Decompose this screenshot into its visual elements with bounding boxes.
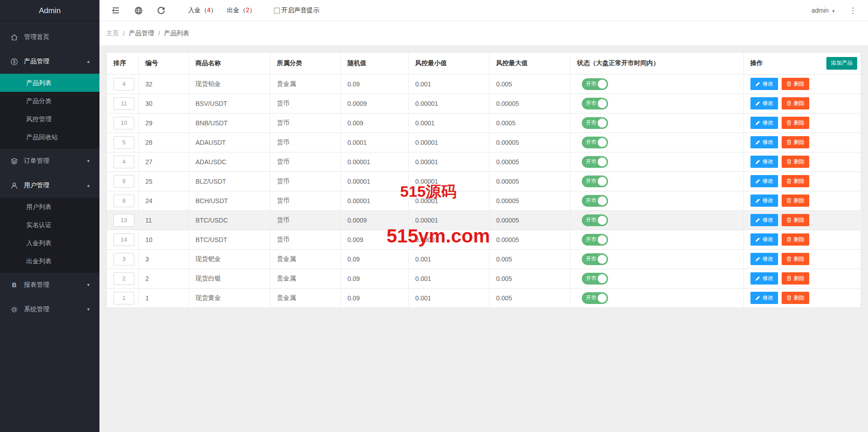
sort-input[interactable] <box>113 117 134 129</box>
sidebar-item-withdraw-list[interactable]: 出金列表 <box>0 252 99 270</box>
sort-cell <box>107 171 138 191</box>
market-open-toggle[interactable]: 开市 <box>582 234 608 246</box>
sidebar-item-label: 管理首页 <box>24 33 90 41</box>
market-open-toggle[interactable]: 开市 <box>582 176 608 187</box>
delete-button[interactable]: 删除 <box>782 292 809 304</box>
edit-button[interactable]: 修改 <box>750 214 778 226</box>
edit-button[interactable]: 修改 <box>750 136 778 148</box>
delete-button[interactable]: 删除 <box>782 253 809 265</box>
collapse-menu-icon[interactable] <box>110 5 121 16</box>
sidebar-item-kyc[interactable]: 实名认证 <box>0 216 99 234</box>
sidebar-item-system[interactable]: 系统管理▼ <box>0 297 99 322</box>
delete-button[interactable]: 删除 <box>782 117 809 129</box>
market-open-toggle[interactable]: 开市 <box>582 78 608 90</box>
sidebar-item-users[interactable]: 用户管理▲ <box>0 173 99 198</box>
withdraw-link[interactable]: 出金（2） <box>227 6 256 14</box>
column-header-label: 排序 <box>113 59 126 66</box>
category-cell: 贵金属 <box>270 288 340 308</box>
sound-alert-checkbox[interactable] <box>274 8 280 14</box>
chevron-up-icon: ▲ <box>86 59 90 64</box>
pencil-icon <box>755 198 760 204</box>
edit-button[interactable]: 修改 <box>750 233 778 246</box>
edit-button[interactable]: 修改 <box>750 97 778 109</box>
risk-max-cell: 0.005 <box>489 288 570 308</box>
top-navbar: 入金（4） 出金（2） 开启声音提示 admin▼ ⋮ <box>99 0 868 21</box>
user-menu[interactable]: admin▼ <box>811 7 835 14</box>
product-name-cell: 现货黄金 <box>189 288 270 308</box>
toggle-knob <box>598 157 607 166</box>
delete-button[interactable]: 删除 <box>782 97 809 109</box>
delete-button[interactable]: 删除 <box>782 272 809 285</box>
sort-input[interactable] <box>113 272 134 285</box>
submenu-users: 用户列表实名认证入金列表出金列表 <box>0 198 99 273</box>
refresh-icon[interactable] <box>156 5 166 16</box>
edit-button[interactable]: 修改 <box>750 78 778 90</box>
breadcrumb-separator: / <box>158 30 160 37</box>
market-open-toggle[interactable]: 开市 <box>582 137 608 148</box>
sort-input[interactable] <box>113 136 134 149</box>
market-open-toggle[interactable]: 开市 <box>582 253 608 265</box>
risk-min-cell: 0.001 <box>408 74 489 94</box>
category-cell: 贵金属 <box>270 74 340 94</box>
kebab-menu-icon[interactable]: ⋮ <box>849 6 857 15</box>
risk-max-cell: 0.00005 <box>489 94 570 113</box>
sort-input[interactable] <box>113 175 134 188</box>
edit-button[interactable]: 修改 <box>750 195 778 207</box>
globe-icon[interactable] <box>133 5 144 16</box>
sort-input[interactable] <box>113 292 134 304</box>
product-name-cell: BTC/USDT <box>189 230 270 249</box>
delete-button[interactable]: 删除 <box>782 195 809 207</box>
market-open-toggle[interactable]: 开市 <box>582 273 608 285</box>
sidebar-item-risk-management[interactable]: 风控管理 <box>0 110 99 128</box>
edit-button[interactable]: 修改 <box>750 272 778 285</box>
column-header: 状态（大盘正常开市时间内） <box>570 52 743 74</box>
edit-button[interactable]: 修改 <box>750 156 778 168</box>
delete-button[interactable]: 删除 <box>782 233 809 246</box>
deposit-link[interactable]: 入金（4） <box>188 6 217 14</box>
pencil-icon <box>755 159 760 165</box>
sidebar-item-reports[interactable]: B报表管理▼ <box>0 273 99 297</box>
edit-button-label: 修改 <box>763 100 774 107</box>
breadcrumb-item[interactable]: 主页 <box>106 29 119 38</box>
sort-cell <box>107 249 138 269</box>
market-open-toggle[interactable]: 开市 <box>582 117 608 129</box>
delete-button[interactable]: 删除 <box>782 136 809 148</box>
sidebar-item-product-list[interactable]: 产品列表 <box>0 74 99 92</box>
random-value-cell: 0.0009 <box>340 94 408 113</box>
sidebar-item-home[interactable]: 管理首页 <box>0 25 99 49</box>
sort-cell <box>107 113 138 133</box>
edit-button[interactable]: 修改 <box>750 117 778 129</box>
edit-button[interactable]: 修改 <box>750 175 778 187</box>
delete-button[interactable]: 删除 <box>782 175 809 187</box>
sidebar-item-orders[interactable]: 订单管理▼ <box>0 149 99 173</box>
sort-input[interactable] <box>113 214 134 227</box>
sort-input[interactable] <box>113 195 134 207</box>
sidebar-item-deposit-list[interactable]: 入金列表 <box>0 234 99 252</box>
sort-input[interactable] <box>113 97 134 110</box>
trash-icon <box>786 237 792 242</box>
sort-input[interactable] <box>113 78 134 90</box>
id-cell: 24 <box>138 191 189 210</box>
delete-button[interactable]: 删除 <box>782 78 809 90</box>
sidebar-item-product-category[interactable]: 产品分类 <box>0 92 99 110</box>
sort-input[interactable] <box>113 156 134 168</box>
add-product-button[interactable]: 添加产品 <box>826 57 857 70</box>
delete-button[interactable]: 删除 <box>782 156 809 168</box>
market-open-toggle[interactable]: 开市 <box>582 98 608 109</box>
edit-button[interactable]: 修改 <box>750 292 778 304</box>
edit-button[interactable]: 修改 <box>750 253 778 265</box>
id-cell: 10 <box>138 230 189 249</box>
sidebar-item-products[interactable]: $产品管理▲ <box>0 49 99 74</box>
breadcrumb-item[interactable]: 产品管理 <box>129 29 154 38</box>
delete-button[interactable]: 删除 <box>782 214 809 226</box>
risk-min-cell: 0.00001 <box>408 171 489 191</box>
category-cell: 货币 <box>270 94 340 113</box>
market-open-toggle[interactable]: 开市 <box>582 156 608 168</box>
market-open-toggle[interactable]: 开市 <box>582 214 608 226</box>
sort-input[interactable] <box>113 253 134 266</box>
sidebar-item-product-recycle[interactable]: 产品回收站 <box>0 128 99 146</box>
market-open-toggle[interactable]: 开市 <box>582 292 608 304</box>
sidebar-item-user-list[interactable]: 用户列表 <box>0 198 99 216</box>
market-open-toggle[interactable]: 开市 <box>582 195 608 207</box>
sort-input[interactable] <box>113 233 134 246</box>
